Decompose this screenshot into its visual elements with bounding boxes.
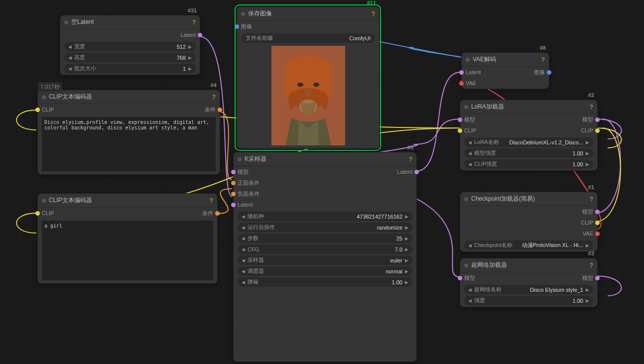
arrow-right-icon[interactable]: ▶ — [585, 243, 590, 248]
widget-lora-name[interactable]: ◀LoRA名称DiscoDeliriumXL-v1.2_Disco...▶ — [464, 137, 593, 147]
port-out-image[interactable] — [547, 70, 551, 75]
widget-width[interactable]: ◀宽度512▶ — [64, 42, 196, 51]
arrow-right-icon[interactable]: ▶ — [187, 66, 193, 71]
arrow-left-icon[interactable]: ◀ — [241, 225, 246, 230]
arrow-left-icon[interactable]: ◀ — [467, 298, 473, 303]
arrow-left-icon[interactable]: ◀ — [241, 258, 246, 263]
port-in-clip[interactable] — [35, 211, 40, 216]
widget-model-strength[interactable]: ◀模型强度1.00▶ — [464, 148, 593, 158]
help-icon[interactable]: ? — [409, 156, 412, 163]
node-ksampler[interactable]: #5 K采样器? 模型Latent 正面条件 负面条件 Latent ◀随机种4… — [233, 152, 417, 362]
arrow-right-icon[interactable]: ▶ — [585, 287, 590, 292]
arrow-right-icon[interactable]: ▶ — [585, 162, 590, 167]
arrow-left-icon[interactable]: ◀ — [467, 162, 473, 167]
widget-cfg[interactable]: ◀CFG7.0▶ — [238, 244, 412, 254]
port-out-vae[interactable] — [595, 232, 600, 236]
arrow-right-icon[interactable]: ▶ — [187, 55, 193, 60]
port-out-model[interactable] — [595, 118, 600, 122]
output-image-preview — [271, 46, 345, 145]
widget-ckpt-name[interactable]: ◀Checkpoint名称动漫ProtoVision XL - Hi...▶ — [464, 241, 593, 250]
input-image: 图像 — [241, 23, 252, 30]
prompt-textarea[interactable] — [42, 117, 216, 171]
arrow-right-icon[interactable]: ▶ — [404, 236, 409, 241]
help-icon[interactable]: ? — [541, 56, 545, 63]
port-out-cond[interactable] — [218, 108, 222, 112]
node-empty-latent[interactable]: #31 空Latent? Latent ◀宽度512▶ ◀高度768▶ ◀批次大… — [60, 15, 200, 75]
arrow-left-icon[interactable]: ◀ — [467, 151, 473, 156]
arrow-left-icon[interactable]: ◀ — [241, 269, 246, 274]
arrow-right-icon[interactable]: ▶ — [404, 269, 409, 274]
help-icon[interactable]: ? — [212, 94, 216, 101]
arrow-left-icon[interactable]: ◀ — [67, 66, 73, 71]
output-model: 模型 — [582, 116, 593, 123]
help-icon[interactable]: ? — [590, 104, 593, 111]
arrow-left-icon[interactable]: ◀ — [467, 287, 473, 292]
arrow-left-icon[interactable]: ◀ — [241, 236, 246, 241]
node-save-image[interactable]: #11 保存图像? 图像 文件名前缀ComfyUI — [237, 6, 380, 149]
arrow-right-icon[interactable]: ▶ — [585, 151, 590, 156]
port-out-model[interactable] — [595, 210, 600, 214]
widget-hypernet-name[interactable]: ◀超网络名称Disco Elysium style_1▶ — [464, 285, 593, 294]
widget-strength[interactable]: ◀强度1.00▶ — [464, 296, 593, 305]
help-icon[interactable]: ? — [590, 262, 593, 269]
widget-height[interactable]: ◀高度768▶ — [64, 53, 196, 62]
arrow-right-icon[interactable]: ▶ — [404, 280, 409, 285]
node-id-badge: #4 — [211, 82, 217, 88]
widget-steps[interactable]: ◀步数25▶ — [238, 234, 412, 243]
port-in-model[interactable] — [231, 170, 236, 174]
arrow-right-icon[interactable]: ▶ — [187, 44, 193, 49]
widget-clip-strength[interactable]: ◀CLIP强度1.00▶ — [464, 159, 593, 169]
arrow-left-icon[interactable]: ◀ — [67, 44, 73, 49]
node-id-badge: #5 — [407, 144, 413, 150]
port-out-clip[interactable] — [595, 128, 600, 133]
port-in-image[interactable] — [235, 24, 239, 29]
port-out-model[interactable] — [595, 276, 600, 280]
arrow-left-icon[interactable]: ◀ — [241, 247, 246, 252]
node-hypernetwork-loader[interactable]: #3 超网络加载器? 模型模型 ◀超网络名称Disco Elysium styl… — [460, 258, 598, 307]
port-out-latent[interactable] — [414, 170, 419, 174]
widget-control-after[interactable]: ◀运行后操作randomize▶ — [238, 223, 412, 232]
node-clip-encoder-negative[interactable]: CLIP文本编码器? CLIP条件 — [37, 193, 218, 284]
arrow-right-icon[interactable]: ▶ — [585, 140, 590, 145]
arrow-left-icon[interactable]: ◀ — [467, 140, 473, 145]
widget-scheduler[interactable]: ◀调度器normal▶ — [238, 266, 412, 276]
arrow-left-icon[interactable]: ◀ — [241, 214, 246, 219]
node-checkpoint-loader[interactable]: #1 Checkpoint加载器(简易)? 模型 CLIP VAE ◀Check… — [460, 192, 598, 252]
port-in-vae[interactable] — [459, 81, 464, 86]
arrow-right-icon[interactable]: ▶ — [404, 247, 409, 252]
node-vae-decode[interactable]: #8 VAE解码? Latent图像 VAE — [461, 52, 549, 89]
arrow-right-icon[interactable]: ▶ — [404, 225, 409, 230]
widget-batch[interactable]: ◀批次大小1▶ — [64, 64, 196, 73]
node-clip-encoder-positive[interactable]: 7.017秒 #4 CLIP文本编码器? CLIP条件 — [37, 90, 220, 175]
port-out-latent[interactable] — [198, 33, 202, 37]
arrow-left-icon[interactable]: ◀ — [241, 280, 246, 285]
port-in-clip[interactable] — [35, 108, 40, 112]
port-in-positive[interactable] — [231, 181, 236, 185]
port-in-negative[interactable] — [231, 192, 236, 196]
arrow-right-icon[interactable]: ▶ — [585, 298, 590, 303]
arrow-right-icon[interactable]: ▶ — [404, 214, 409, 219]
help-icon[interactable]: ? — [192, 19, 196, 26]
node-lora-loader[interactable]: #2 LoRA加载器? 模型模型 CLIPCLIP ◀LoRA名称DiscoDe… — [460, 100, 598, 171]
port-in-latent[interactable] — [459, 70, 464, 75]
port-out-cond[interactable] — [215, 211, 220, 216]
help-icon[interactable]: ? — [372, 10, 375, 17]
arrow-left-icon[interactable]: ◀ — [467, 243, 473, 248]
output-latent: Latent — [180, 32, 196, 38]
widget-sampler[interactable]: ◀采样器euler▶ — [238, 255, 412, 265]
arrow-right-icon[interactable]: ▶ — [404, 258, 409, 263]
arrow-left-icon[interactable]: ◀ — [67, 55, 73, 60]
help-icon[interactable]: ? — [590, 196, 593, 203]
widget-seed[interactable]: ◀随机种473821427716162▶ — [238, 212, 412, 221]
node-id-badge: #1 — [588, 184, 594, 190]
port-in-model[interactable] — [458, 276, 462, 280]
widget-filename-prefix[interactable]: 文件名前缀ComfyUI — [241, 33, 375, 43]
output-clip: CLIP — [581, 127, 593, 133]
port-in-clip[interactable] — [458, 128, 462, 133]
prompt-textarea[interactable] — [42, 221, 213, 280]
help-icon[interactable]: ? — [210, 197, 213, 204]
port-out-clip[interactable] — [595, 221, 600, 225]
port-in-latent[interactable] — [231, 203, 236, 207]
port-in-model[interactable] — [458, 118, 462, 122]
widget-denoise[interactable]: ◀降噪1.00▶ — [238, 277, 412, 287]
